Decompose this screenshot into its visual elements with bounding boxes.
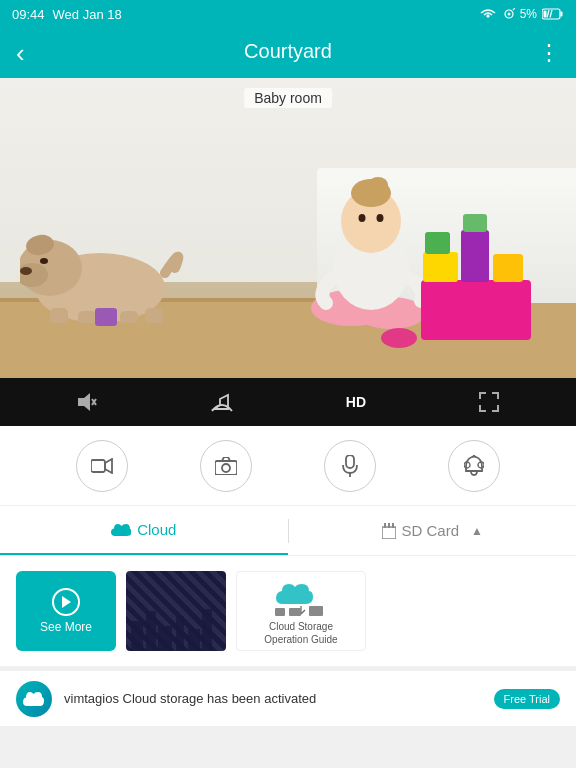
svg-rect-48 [188, 629, 200, 651]
cloud-avatar-icon [23, 691, 45, 707]
svg-rect-39 [382, 527, 396, 539]
storage-tabs: Cloud SD Card ▲ [0, 506, 576, 556]
svg-rect-45 [146, 611, 156, 651]
tab-sd-card[interactable]: SD Card ▲ [289, 506, 577, 555]
see-more-play-icon [52, 588, 80, 616]
cloud-guide-illustration [271, 576, 331, 616]
alarm-button[interactable] [448, 440, 500, 492]
camera-icon [215, 457, 237, 475]
page-title: Courtyard [244, 40, 332, 63]
status-time: 09:44 [12, 7, 45, 22]
cloud-guide-card[interactable]: Cloud Storage Operation Guide [236, 571, 366, 651]
video-thumbnail[interactable] [126, 571, 226, 651]
svg-rect-53 [289, 608, 301, 616]
svg-rect-46 [158, 626, 172, 651]
svg-rect-19 [145, 308, 163, 323]
camera-controls-bar: HD [0, 378, 576, 426]
status-bar: 09:44 Wed Jan 18 5% [0, 0, 576, 28]
notif-avatar [16, 681, 52, 717]
see-more-card[interactable]: See More [16, 571, 116, 651]
svg-point-27 [377, 214, 384, 222]
mic-icon [342, 455, 358, 477]
signal-icon [501, 8, 515, 20]
mic-button[interactable] [324, 440, 376, 492]
notification-bar: vimtagios Cloud storage has been activat… [0, 670, 576, 726]
menu-button[interactable]: ⋮ [538, 40, 560, 66]
status-datetime: 09:44 Wed Jan 18 [12, 7, 122, 22]
svg-point-15 [40, 258, 48, 264]
chevron-up-icon: ▲ [471, 524, 483, 538]
svg-rect-18 [120, 311, 138, 323]
status-date: Wed Jan 18 [53, 7, 122, 22]
svg-rect-35 [346, 455, 354, 468]
svg-marker-43 [62, 596, 71, 608]
tab-cloud[interactable]: Cloud [0, 506, 288, 555]
sd-tab-label: SD Card [402, 522, 460, 539]
snapshot-button[interactable] [200, 440, 252, 492]
svg-rect-49 [202, 609, 212, 651]
camera-label: Baby room [244, 88, 332, 108]
svg-point-1 [507, 13, 510, 16]
svg-rect-5 [544, 11, 547, 18]
svg-line-2 [513, 8, 515, 10]
svg-line-6 [547, 10, 549, 18]
battery-percent: 5% [520, 7, 537, 21]
toy-block-purple-left [95, 308, 117, 326]
back-button[interactable]: ‹ [16, 38, 25, 69]
bell-icon [464, 455, 484, 477]
svg-rect-4 [561, 12, 563, 17]
dog-figure [20, 213, 200, 323]
svg-rect-47 [176, 616, 184, 651]
app-header: ‹ Courtyard ⋮ [0, 28, 576, 78]
toys-group [411, 215, 551, 340]
svg-line-7 [550, 10, 552, 18]
record-button[interactable] [76, 440, 128, 492]
battery-icon [542, 8, 564, 20]
cloud-guide-title: Cloud Storage Operation Guide [264, 620, 337, 646]
cloud-tab-label: Cloud [137, 521, 176, 538]
sd-icon [382, 523, 396, 539]
see-more-label: See More [40, 620, 92, 634]
video-icon [91, 458, 113, 474]
cloud-content-area: See More [0, 556, 576, 666]
fullscreen-icon [478, 391, 500, 413]
svg-rect-44 [131, 621, 143, 651]
mute-icon [76, 391, 98, 413]
svg-marker-32 [105, 459, 112, 473]
svg-rect-55 [275, 608, 285, 616]
free-trial-badge[interactable]: Free Trial [494, 689, 560, 709]
cityscape-svg [126, 601, 226, 651]
status-icons: 5% [480, 7, 564, 21]
mute-button[interactable] [76, 391, 98, 413]
svg-rect-16 [50, 308, 68, 323]
hd-button[interactable]: HD [346, 394, 366, 410]
fullscreen-button[interactable] [478, 391, 500, 413]
motion-button[interactable] [210, 391, 234, 413]
svg-point-34 [222, 464, 230, 472]
cloud-guide-header [271, 576, 331, 616]
svg-rect-31 [91, 460, 105, 472]
wifi-icon [480, 8, 496, 20]
svg-point-14 [20, 267, 32, 275]
camera-feed: Baby room [0, 78, 576, 378]
cloud-tab-icon [111, 523, 131, 537]
svg-point-25 [368, 177, 388, 193]
svg-rect-54 [309, 606, 323, 616]
notification-message: vimtagios Cloud storage has been activat… [64, 691, 482, 706]
camera-image: Baby room [0, 78, 576, 378]
svg-rect-40 [384, 523, 386, 528]
svg-line-52 [301, 610, 305, 614]
svg-marker-28 [78, 393, 90, 411]
motion-icon [210, 391, 234, 413]
svg-rect-41 [388, 523, 390, 528]
action-buttons-row [0, 426, 576, 506]
svg-point-26 [359, 214, 366, 222]
svg-rect-42 [392, 523, 394, 528]
svg-rect-17 [78, 311, 96, 323]
